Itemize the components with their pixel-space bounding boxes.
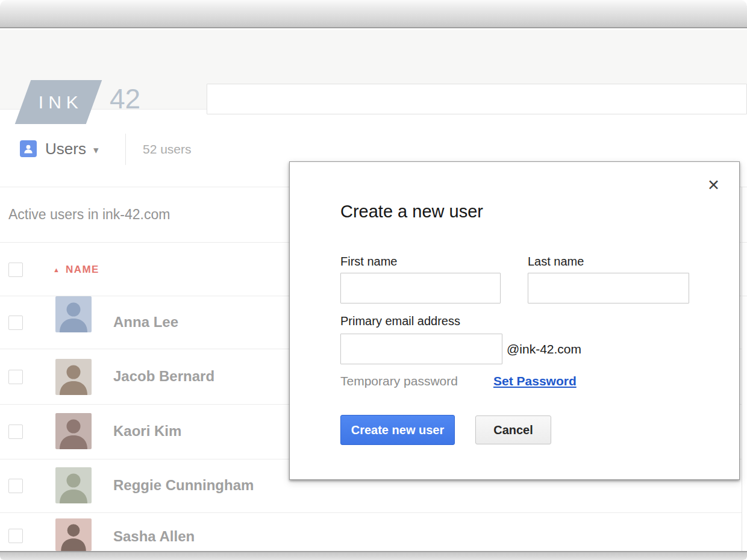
app-window: INK 42 Users ▾ 52 users Active users in … — [0, 0, 747, 560]
avatar — [55, 518, 92, 551]
name-column-header: NAME — [66, 264, 99, 276]
section-title: Active users in ink-42.com — [8, 207, 170, 223]
temporary-password-label: Temporary password — [340, 374, 458, 388]
row-checkbox[interactable] — [8, 316, 23, 330]
ink-logo: INK — [15, 80, 102, 124]
user-name: Jacob Bernard — [113, 368, 214, 385]
dialog-title: Create a new user — [340, 202, 483, 222]
first-name-field[interactable] — [340, 273, 501, 303]
last-name-label: Last name — [528, 255, 584, 269]
logo-42-text: 42 — [110, 82, 140, 115]
window-chrome-bottom — [0, 551, 747, 560]
chevron-down-icon: ▾ — [93, 142, 99, 157]
avatar — [55, 413, 92, 449]
select-all-checkbox[interactable] — [8, 263, 23, 277]
table-right-edge — [742, 187, 742, 551]
email-label: Primary email address — [340, 314, 460, 328]
sort-asc-icon: ▲ — [53, 266, 60, 273]
users-menu-dropdown[interactable]: Users ▾ — [20, 135, 98, 163]
users-icon — [20, 140, 37, 157]
users-menu-label: Users — [45, 140, 86, 158]
row-checkbox[interactable] — [8, 529, 23, 543]
set-password-link[interactable]: Set Password — [493, 374, 577, 388]
search-input[interactable] — [207, 84, 747, 114]
window-chrome-top — [0, 0, 747, 28]
logo-ink-text: INK — [34, 92, 83, 113]
create-new-user-button[interactable]: Create new user — [340, 415, 455, 445]
email-domain-suffix: @ink-42.com — [507, 334, 581, 364]
table-row[interactable]: Sasha Allen — [0, 513, 742, 551]
row-checkbox[interactable] — [8, 479, 23, 493]
first-name-label: First name — [340, 255, 397, 269]
email-field[interactable] — [340, 334, 502, 364]
user-count-label: 52 users — [143, 142, 192, 157]
row-checkbox[interactable] — [8, 370, 23, 384]
user-name: Kaori Kim — [113, 423, 181, 440]
toolbar-divider — [125, 134, 126, 165]
sort-by-name[interactable]: ▲ NAME — [53, 243, 99, 296]
avatar — [55, 359, 92, 395]
avatar — [55, 467, 92, 503]
app-header: INK 42 — [0, 30, 747, 110]
user-name: Reggie Cunningham — [113, 477, 254, 494]
cancel-button[interactable]: Cancel — [475, 415, 551, 444]
user-name: Sasha Allen — [113, 528, 195, 545]
user-name: Anna Lee — [113, 314, 178, 331]
last-name-field[interactable] — [528, 273, 689, 303]
close-icon[interactable]: ✕ — [707, 178, 720, 193]
row-checkbox[interactable] — [8, 425, 23, 439]
create-user-dialog: ✕ Create a new user First name Last name… — [289, 161, 740, 480]
avatar — [55, 296, 92, 332]
